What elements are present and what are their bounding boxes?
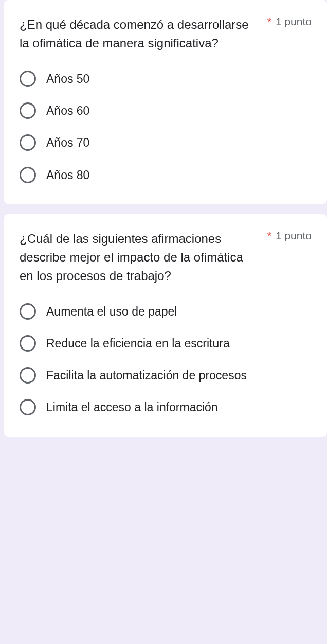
option-row[interactable]: Reduce la eficiencia en la escritura (20, 335, 312, 352)
radio-button-icon[interactable] (20, 102, 36, 119)
option-row[interactable]: Años 50 (20, 71, 312, 87)
option-row[interactable]: Aumenta el uso de papel (20, 303, 312, 320)
radio-button-icon[interactable] (20, 167, 36, 183)
options-container: Aumenta el uso de papel Reduce la eficie… (20, 303, 312, 416)
points-label: 1 punto (276, 230, 312, 242)
option-label: Limita el acceso a la información (46, 399, 218, 415)
question-header: ¿En qué década comenzó a desarrollarse l… (20, 15, 312, 53)
points-wrapper: * 1 punto (267, 15, 312, 28)
options-container: Años 50 Años 60 Años 70 Años 80 (20, 71, 312, 183)
option-label: Aumenta el uso de papel (46, 303, 177, 320)
option-label: Años 60 (46, 102, 89, 119)
question-card-1: ¿En qué década comenzó a desarrollarse l… (4, 0, 327, 204)
required-asterisk: * (267, 15, 271, 28)
radio-button-icon[interactable] (20, 71, 36, 87)
required-asterisk: * (267, 230, 271, 242)
option-label: Facilita la automatización de procesos (46, 367, 247, 384)
option-row[interactable]: Limita el acceso a la información (20, 399, 312, 415)
option-label: Años 80 (46, 167, 89, 183)
points-label: 1 punto (276, 15, 312, 28)
option-row[interactable]: Años 70 (20, 134, 312, 151)
radio-button-icon[interactable] (20, 335, 36, 352)
option-row[interactable]: Facilita la automatización de procesos (20, 367, 312, 384)
option-row[interactable]: Años 60 (20, 102, 312, 119)
question-text: ¿Cuál de las siguientes afirmaciones des… (20, 230, 267, 285)
option-label: Años 50 (46, 71, 89, 87)
points-wrapper: * 1 punto (267, 230, 312, 242)
radio-button-icon[interactable] (20, 367, 36, 384)
radio-button-icon[interactable] (20, 303, 36, 320)
question-header: ¿Cuál de las siguientes afirmaciones des… (20, 230, 312, 285)
option-label: Reduce la eficiencia en la escritura (46, 335, 230, 352)
question-card-2: ¿Cuál de las siguientes afirmaciones des… (4, 214, 327, 437)
radio-button-icon[interactable] (20, 399, 36, 415)
option-label: Años 70 (46, 134, 89, 151)
radio-button-icon[interactable] (20, 134, 36, 151)
option-row[interactable]: Años 80 (20, 167, 312, 183)
question-text: ¿En qué década comenzó a desarrollarse l… (20, 15, 267, 53)
